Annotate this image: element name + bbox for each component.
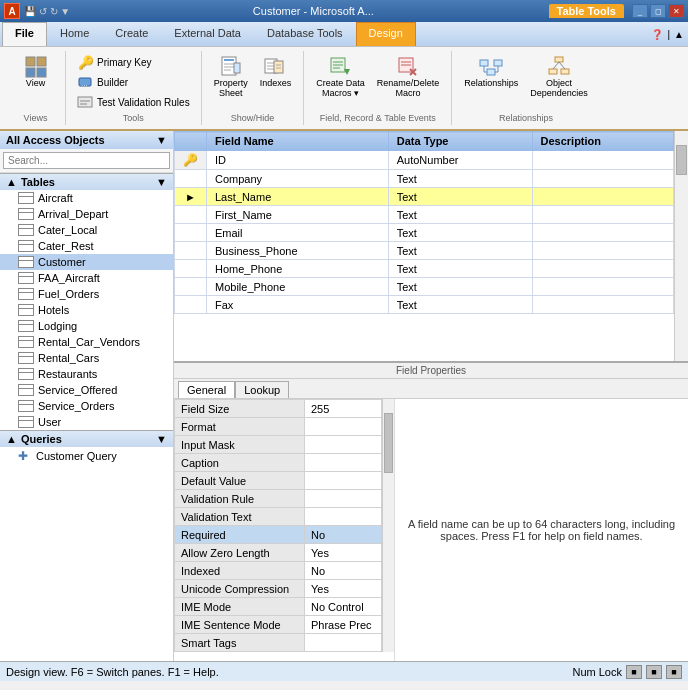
prop-value-cell[interactable] xyxy=(305,436,382,454)
description-cell[interactable] xyxy=(532,206,674,224)
sidebar-item-arrival-depart[interactable]: Arrival_Depart xyxy=(0,206,173,222)
table-row[interactable]: ► Last_Name Text xyxy=(175,188,674,206)
props-row[interactable]: Smart Tags xyxy=(175,634,382,652)
tab-external-data[interactable]: External Data xyxy=(161,22,254,46)
description-cell[interactable] xyxy=(532,151,674,170)
description-cell[interactable] xyxy=(532,296,674,314)
data-type-cell[interactable]: Text xyxy=(388,170,532,188)
minimize-btn[interactable]: _ xyxy=(632,4,648,18)
props-row[interactable]: Validation Text xyxy=(175,508,382,526)
tab-home[interactable]: Home xyxy=(47,22,102,46)
sidebar-item-customer[interactable]: Customer xyxy=(0,254,173,270)
prop-value-cell[interactable]: Yes xyxy=(305,580,382,598)
props-row[interactable]: Indexed No xyxy=(175,562,382,580)
description-cell[interactable] xyxy=(532,188,674,206)
prop-value-cell[interactable] xyxy=(305,634,382,652)
field-name-cell[interactable]: First_Name xyxy=(207,206,389,224)
table-row[interactable]: Mobile_Phone Text xyxy=(175,278,674,296)
prop-value-cell[interactable] xyxy=(305,472,382,490)
description-cell[interactable] xyxy=(532,242,674,260)
table-row[interactable]: 🔑 ID AutoNumber xyxy=(175,151,674,170)
prop-value-cell[interactable] xyxy=(305,418,382,436)
sidebar-item-hotels[interactable]: Hotels xyxy=(0,302,173,318)
primary-key-button[interactable]: 🔑 Primary Key xyxy=(74,53,154,71)
sidebar-item-cater-local[interactable]: Cater_Local xyxy=(0,222,173,238)
builder-button[interactable]: ... Builder xyxy=(74,73,131,91)
props-row[interactable]: Format xyxy=(175,418,382,436)
table-scrollbar[interactable] xyxy=(674,131,688,361)
table-row[interactable]: First_Name Text xyxy=(175,206,674,224)
props-row[interactable]: Input Mask xyxy=(175,436,382,454)
object-dependencies-button[interactable]: ObjectDependencies xyxy=(526,53,592,101)
search-input[interactable] xyxy=(3,152,170,169)
prop-value-cell[interactable] xyxy=(305,508,382,526)
props-scrollbar[interactable] xyxy=(382,399,394,652)
test-validation-button[interactable]: Test Validation Rules xyxy=(74,93,193,111)
rename-delete-macro-button[interactable]: Rename/DeleteMacro xyxy=(373,53,444,101)
create-data-macros-button[interactable]: Create DataMacros ▾ xyxy=(312,53,369,101)
table-row[interactable]: Company Text xyxy=(175,170,674,188)
field-name-cell[interactable]: Home_Phone xyxy=(207,260,389,278)
tab-lookup[interactable]: Lookup xyxy=(235,381,289,398)
sidebar-item-fuel-orders[interactable]: Fuel_Orders xyxy=(0,286,173,302)
field-name-cell[interactable]: Company xyxy=(207,170,389,188)
tab-design[interactable]: Design xyxy=(356,22,416,46)
sidebar-item-restaurants[interactable]: Restaurants xyxy=(0,366,173,382)
data-type-cell[interactable]: Text xyxy=(388,242,532,260)
field-name-cell[interactable]: Business_Phone xyxy=(207,242,389,260)
props-row[interactable]: Allow Zero Length Yes xyxy=(175,544,382,562)
data-type-cell[interactable]: Text xyxy=(388,278,532,296)
help-icon[interactable]: ❓ xyxy=(651,29,663,40)
sidebar-item-customer-query[interactable]: ✚ Customer Query xyxy=(0,447,173,465)
props-row[interactable]: Default Value xyxy=(175,472,382,490)
description-cell[interactable] xyxy=(532,260,674,278)
prop-value-cell[interactable]: No Control xyxy=(305,598,382,616)
props-row[interactable]: IME Mode No Control xyxy=(175,598,382,616)
prop-value-cell[interactable]: No xyxy=(305,562,382,580)
sidebar-item-service-offered[interactable]: Service_Offered xyxy=(0,382,173,398)
props-row[interactable]: Validation Rule xyxy=(175,490,382,508)
property-sheet-button[interactable]: PropertySheet xyxy=(210,53,252,101)
props-row[interactable]: Unicode Compression Yes xyxy=(175,580,382,598)
props-row[interactable]: IME Sentence Mode Phrase Prec xyxy=(175,616,382,634)
table-row[interactable]: Email Text xyxy=(175,224,674,242)
description-cell[interactable] xyxy=(532,278,674,296)
tables-section-header[interactable]: ▲ Tables ▼ xyxy=(0,173,173,190)
sidebar-item-cater-rest[interactable]: Cater_Rest xyxy=(0,238,173,254)
sidebar-item-service-orders[interactable]: Service_Orders xyxy=(0,398,173,414)
sidebar-menu-icon[interactable]: ▼ xyxy=(156,134,167,146)
data-type-cell[interactable]: Text xyxy=(388,206,532,224)
queries-section-header[interactable]: ▲ Queries ▼ xyxy=(0,430,173,447)
indexes-button[interactable]: Indexes xyxy=(256,53,296,91)
field-name-cell[interactable]: Last_Name xyxy=(207,188,389,206)
props-row[interactable]: Field Size 255 xyxy=(175,400,382,418)
data-type-cell[interactable]: Text xyxy=(388,296,532,314)
relationships-button[interactable]: Relationships xyxy=(460,53,522,91)
description-cell[interactable] xyxy=(532,224,674,242)
sidebar-item-rental-car-vendors[interactable]: Rental_Car_Vendors xyxy=(0,334,173,350)
data-type-cell[interactable]: Text xyxy=(388,224,532,242)
data-type-cell[interactable]: AutoNumber xyxy=(388,151,532,170)
field-name-cell[interactable]: Email xyxy=(207,224,389,242)
ribbon-minimize-icon[interactable]: ▲ xyxy=(674,29,684,40)
tab-create[interactable]: Create xyxy=(102,22,161,46)
sidebar-item-rental-cars[interactable]: Rental_Cars xyxy=(0,350,173,366)
prop-value-cell[interactable] xyxy=(305,490,382,508)
sidebar-item-faa-aircraft[interactable]: FAA_Aircraft xyxy=(0,270,173,286)
prop-value-cell[interactable]: Phrase Prec xyxy=(305,616,382,634)
tab-database-tools[interactable]: Database Tools xyxy=(254,22,356,46)
data-type-cell[interactable]: Text xyxy=(388,260,532,278)
sidebar-item-user[interactable]: User xyxy=(0,414,173,430)
table-row[interactable]: Fax Text xyxy=(175,296,674,314)
props-row[interactable]: Caption xyxy=(175,454,382,472)
table-row[interactable]: Home_Phone Text xyxy=(175,260,674,278)
prop-value-cell[interactable]: Yes xyxy=(305,544,382,562)
close-btn[interactable]: ✕ xyxy=(668,4,684,18)
restore-btn[interactable]: ◻ xyxy=(650,4,666,18)
field-name-cell[interactable]: Mobile_Phone xyxy=(207,278,389,296)
field-name-cell[interactable]: ID xyxy=(207,151,389,170)
field-name-cell[interactable]: Fax xyxy=(207,296,389,314)
description-cell[interactable] xyxy=(532,170,674,188)
sidebar-item-aircraft[interactable]: Aircraft xyxy=(0,190,173,206)
tab-general[interactable]: General xyxy=(178,381,235,398)
